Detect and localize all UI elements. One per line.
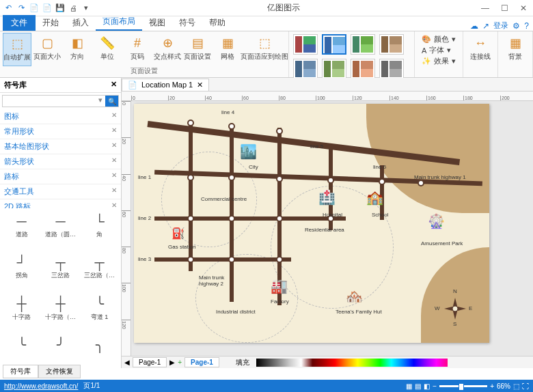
orientation-button[interactable]: ◧方向 bbox=[63, 33, 92, 66]
theme-swatch[interactable] bbox=[379, 59, 404, 79]
category-item[interactable]: 路标✕ bbox=[0, 169, 121, 184]
login-link[interactable]: 登录 bbox=[493, 20, 508, 31]
shape-item[interactable]: ╯ bbox=[42, 335, 79, 365]
close-icon[interactable]: ✕ bbox=[197, 81, 203, 89]
shape-item[interactable]: ─道路（圆… bbox=[42, 211, 79, 251]
redo-icon[interactable]: ↷ bbox=[16, 3, 27, 14]
page-tab[interactable]: Page-1 bbox=[184, 357, 219, 367]
tab-help[interactable]: 帮助 bbox=[202, 15, 232, 31]
print-icon[interactable]: 🖨 bbox=[68, 3, 79, 14]
close-icon[interactable]: ✕ bbox=[111, 80, 117, 90]
save-icon[interactable]: 💾 bbox=[55, 3, 66, 14]
close-icon[interactable]: ✕ bbox=[111, 111, 117, 122]
add-page-icon[interactable]: + bbox=[178, 359, 182, 366]
category-item[interactable]: 基本绘图形状✕ bbox=[0, 139, 121, 154]
theme-swatch[interactable] bbox=[322, 59, 346, 79]
tab-view[interactable]: 视图 bbox=[142, 15, 172, 31]
status-bar: http://www.edrawsoft.cn/ 页1/1 ▦ ▤ ◧ − + … bbox=[0, 380, 533, 392]
help-icon[interactable]: ? bbox=[524, 21, 529, 31]
file-tab[interactable]: 文件 bbox=[3, 15, 36, 31]
view-mode-icon[interactable]: ▤ bbox=[415, 382, 421, 390]
grid-button[interactable]: ▦网格 bbox=[213, 33, 242, 66]
search-input[interactable] bbox=[3, 96, 95, 107]
map-label: Residential area bbox=[305, 227, 344, 233]
tab-home[interactable]: 开始 bbox=[36, 15, 66, 31]
search-dropdown-icon[interactable]: ▾ bbox=[95, 96, 105, 107]
share-icon[interactable]: ↗ bbox=[482, 21, 489, 31]
open-icon[interactable]: 📄 bbox=[42, 3, 53, 14]
cloud-icon[interactable]: ☁ bbox=[470, 21, 478, 31]
fit-page-button[interactable]: ⬚页面适应到绘图 bbox=[243, 33, 286, 66]
search-button[interactable]: 🔍 bbox=[105, 96, 118, 107]
file-recovery-tab[interactable]: 文件恢复 bbox=[38, 365, 81, 378]
shape-item[interactable]: ╰弯道 1 bbox=[81, 294, 118, 333]
shape-item[interactable]: ┬三岔路（… bbox=[81, 252, 118, 292]
font-button[interactable]: A 字体▾ bbox=[422, 45, 456, 55]
theme-swatch[interactable] bbox=[351, 34, 375, 55]
factory-icon: 🏭 bbox=[271, 278, 288, 294]
category-item[interactable]: 常用形状✕ bbox=[0, 124, 121, 139]
auto-extend-button[interactable]: ⬚自动扩展 bbox=[3, 33, 31, 66]
category-item[interactable]: 交通工具✕ bbox=[0, 184, 121, 199]
category-item[interactable]: 2D 路标✕ bbox=[0, 199, 121, 208]
shape-item[interactable]: ─道路 bbox=[3, 211, 40, 251]
shape-item[interactable]: ┬三岔路 bbox=[42, 252, 79, 292]
fit-icon[interactable]: ⬚ bbox=[513, 382, 519, 390]
intersection-button[interactable]: ⊕交点样式 bbox=[153, 33, 182, 66]
color-bar[interactable] bbox=[256, 359, 448, 367]
close-icon[interactable]: ✕ bbox=[111, 186, 117, 197]
close-icon[interactable]: ✕ bbox=[111, 171, 117, 182]
new-doc-icon[interactable]: 📄 bbox=[29, 3, 40, 14]
zoom-out-icon[interactable]: − bbox=[433, 382, 437, 390]
background-button[interactable]: ▦背景 bbox=[501, 33, 530, 63]
shape-item[interactable]: └角 bbox=[81, 211, 118, 251]
theme-swatch[interactable] bbox=[293, 59, 318, 79]
close-button[interactable]: ✕ bbox=[514, 0, 533, 16]
theme-swatch[interactable] bbox=[293, 34, 318, 55]
settings-icon[interactable]: ⚙ bbox=[512, 21, 520, 31]
zoom-slider[interactable] bbox=[439, 385, 487, 387]
close-icon[interactable]: ✕ bbox=[111, 141, 117, 152]
page-number-button[interactable]: #页码 bbox=[123, 33, 152, 66]
page-size-button[interactable]: ▢页面大小 bbox=[33, 33, 62, 66]
tab-page-layout[interactable]: 页面布局 bbox=[96, 14, 142, 31]
fullscreen-icon[interactable]: ⛶ bbox=[522, 382, 529, 390]
category-item[interactable]: 图标✕ bbox=[0, 109, 121, 124]
shape-item[interactable]: ┘拐角 bbox=[3, 252, 40, 292]
page-tab[interactable]: Page-1 bbox=[133, 357, 167, 367]
symbol-lib-tab[interactable]: 符号库 bbox=[3, 365, 38, 378]
close-icon[interactable]: ✕ bbox=[111, 201, 117, 208]
dropdown-icon[interactable]: ▾ bbox=[81, 3, 92, 14]
color-button[interactable]: 🎨 颜色▾ bbox=[422, 34, 456, 44]
connector-button[interactable]: ↔连接线 bbox=[466, 33, 495, 63]
theme-swatch[interactable] bbox=[322, 34, 346, 55]
tab-symbol[interactable]: 符号 bbox=[172, 15, 202, 31]
view-mode-icon[interactable]: ▦ bbox=[406, 382, 412, 390]
theme-swatch[interactable] bbox=[351, 59, 375, 79]
shape-item[interactable]: ┼十字路 bbox=[3, 294, 40, 333]
unit-button[interactable]: 📏单位 bbox=[93, 33, 122, 66]
zoom-in-icon[interactable]: + bbox=[490, 382, 494, 390]
website-link[interactable]: http://www.edrawsoft.cn/ bbox=[4, 382, 78, 390]
maximize-button[interactable]: ☐ bbox=[495, 0, 514, 16]
document-tab[interactable]: 📄 Location Map 1 ✕ bbox=[122, 79, 209, 91]
shape-item[interactable]: ╮ bbox=[81, 335, 118, 365]
shape-item[interactable]: ┼十字路（… bbox=[42, 294, 79, 333]
minimize-button[interactable]: — bbox=[476, 0, 495, 16]
close-icon[interactable]: ✕ bbox=[111, 156, 117, 167]
view-mode-icon[interactable]: ◧ bbox=[424, 382, 430, 390]
close-icon[interactable]: ✕ bbox=[111, 126, 117, 137]
undo-icon[interactable]: ↶ bbox=[3, 3, 14, 14]
prev-page-icon[interactable]: ◀ bbox=[124, 359, 130, 366]
tab-insert[interactable]: 插入 bbox=[66, 15, 96, 31]
effect-button[interactable]: ✨ 效果▾ bbox=[422, 56, 456, 66]
curve4-icon: ╮ bbox=[86, 336, 113, 354]
next-page-icon[interactable]: ▶ bbox=[169, 359, 175, 366]
map-drawing[interactable]: 🏙️ 🏥 🏫 ⛽ 🏭 🏘️ 🎡 line 4 line 5 line 6 lin… bbox=[134, 104, 489, 343]
shape-item[interactable]: ╰ bbox=[3, 335, 40, 365]
category-item[interactable]: 箭头形状✕ bbox=[0, 154, 121, 169]
canvas[interactable]: 🏙️ 🏥 🏫 ⛽ 🏭 🏘️ 🎡 line 4 line 5 line 6 lin… bbox=[131, 101, 533, 356]
page-settings-button[interactable]: ▤页面设置 bbox=[183, 33, 212, 66]
document-icon: 📄 bbox=[128, 81, 137, 89]
theme-swatch[interactable] bbox=[379, 34, 404, 55]
